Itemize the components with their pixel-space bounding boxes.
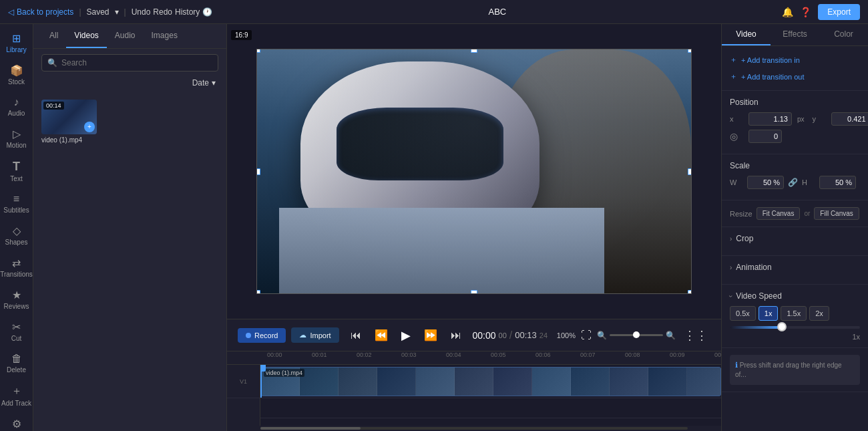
speed-1-5x-button[interactable]: 1.5x: [781, 306, 807, 321]
more-options-button[interactable]: ⋮⋮: [681, 327, 710, 344]
add-to-timeline-button[interactable]: +: [84, 122, 95, 132]
tab-all[interactable]: All: [41, 24, 66, 48]
skip-start-button[interactable]: ⏮: [348, 328, 364, 343]
speed-options: 0.5x 1x 1.5x 2x: [730, 306, 860, 321]
motion-icon: ▷: [13, 128, 21, 140]
media-thumb-video1[interactable]: 00:14 +: [41, 100, 97, 134]
zoom-bar[interactable]: [610, 334, 663, 336]
resize-handle-lm[interactable]: [256, 168, 260, 175]
sort-button[interactable]: Date ▾: [190, 77, 218, 89]
transitions-section: ＋ + Add transition in ＋ + Add transition…: [722, 46, 868, 91]
speed-slider-thumb[interactable]: [777, 322, 787, 331]
resize-handle-bl[interactable]: [256, 290, 260, 294]
sidebar-item-settings[interactable]: ⚙ Settings: [1, 412, 31, 431]
fit-canvas-button[interactable]: Fit Canvas: [756, 207, 801, 220]
sidebar-item-delete[interactable]: 🗑 Delete: [1, 347, 31, 379]
notifications-icon[interactable]: 🔔: [782, 7, 793, 17]
speed-1x-button[interactable]: 1x: [758, 306, 779, 321]
resize-handle-br[interactable]: [688, 290, 692, 294]
delete-icon: 🗑: [11, 353, 22, 365]
transition-in-label: + Add transition in: [741, 56, 800, 64]
right-panel-tabs: Video Effects Color: [722, 24, 868, 46]
redo-button[interactable]: Redo: [153, 7, 172, 17]
sidebar-item-shapes[interactable]: ◇ Shapes: [0, 219, 33, 251]
fast-forward-button[interactable]: ⏩: [421, 327, 440, 343]
speed-0-5x-button[interactable]: 0.5x: [730, 306, 756, 321]
sidebar-item-cut[interactable]: ✂ Cut: [1, 315, 31, 347]
sidebar-item-audio[interactable]: ♪ Audio: [0, 91, 33, 122]
right-panel: Video Effects Color ＋ + Add transition i…: [721, 24, 868, 431]
time-display: 00:00 00 / 00:13 24: [472, 329, 548, 341]
rotation-input[interactable]: [748, 130, 782, 143]
speed-slider[interactable]: [730, 326, 860, 329]
sidebar-item-add-track[interactable]: ＋ Add Track: [1, 379, 31, 412]
add-transition-in-button[interactable]: ＋ + Add transition in: [730, 53, 860, 67]
sidebar-item-transitions[interactable]: ⇄ Transitions: [0, 251, 33, 283]
tab-color[interactable]: Color: [819, 24, 868, 45]
resize-handle-tm[interactable]: [471, 49, 477, 53]
sidebar-item-subtitles[interactable]: ≡ Subtitles: [0, 188, 33, 219]
skip-end-button[interactable]: ⏭: [448, 328, 464, 343]
resize-handle-rm[interactable]: [688, 168, 692, 175]
x-input[interactable]: [748, 112, 792, 126]
sidebar-item-text[interactable]: T Text: [0, 154, 33, 188]
zoom-out-icon[interactable]: 🔍: [597, 331, 607, 340]
video-speed-header[interactable]: › Video Speed: [730, 291, 860, 301]
playhead[interactable]: [260, 365, 262, 398]
ruler-mark-1: 00:01: [312, 351, 327, 358]
zoom-thumb[interactable]: [633, 331, 640, 338]
animation-section: › Animation: [722, 256, 868, 285]
resize-handle-tr[interactable]: [688, 49, 692, 53]
sidebar-item-library[interactable]: ⊞ Library: [0, 27, 33, 59]
record-button[interactable]: Record: [238, 328, 286, 343]
tab-audio[interactable]: Audio: [107, 24, 144, 48]
add-transition-out-button[interactable]: ＋ + Add transition out: [730, 69, 860, 84]
video-clip[interactable]: video (1).mp4: [260, 367, 721, 396]
zoom-in-icon[interactable]: 🔍: [666, 331, 676, 340]
playhead-handle[interactable]: [260, 365, 266, 372]
aspect-ratio-badge[interactable]: 16:9: [231, 28, 252, 40]
play-button[interactable]: ▶: [399, 327, 413, 344]
tab-images[interactable]: Images: [144, 24, 186, 48]
tab-videos[interactable]: Videos: [66, 24, 106, 48]
y-input[interactable]: [831, 112, 868, 126]
sidebar-item-stock[interactable]: 📦 Stock: [0, 59, 33, 91]
history-button[interactable]: History: [175, 7, 200, 17]
resize-row: Resize Fit Canvas or Fill Canvas: [730, 207, 860, 220]
ruler-mark-0: 00:00: [267, 351, 282, 358]
resize-section: Resize Fit Canvas or Fill Canvas: [722, 200, 868, 227]
width-input[interactable]: [747, 176, 784, 189]
rewind-button[interactable]: ⏪: [372, 327, 391, 343]
fullscreen-button[interactable]: ⛶: [581, 329, 592, 341]
subtitles-icon: ≡: [13, 193, 19, 205]
timeline-scrollbar[interactable]: [227, 426, 721, 431]
search-input[interactable]: [61, 58, 212, 67]
crop-header[interactable]: › Crop: [730, 234, 860, 243]
track-content: video (1).mp4: [260, 365, 721, 426]
video-filename: video (1).mp4: [41, 136, 97, 144]
media-tabs: All Videos Audio Images: [33, 24, 226, 49]
resize-handle-tl[interactable]: [256, 49, 260, 53]
sidebar-item-motion[interactable]: ▷ Motion: [0, 122, 33, 154]
back-arrow-icon: ◁: [8, 7, 14, 17]
height-input[interactable]: [819, 176, 856, 189]
back-button[interactable]: ◁ Back to projects: [8, 7, 73, 17]
tab-effects[interactable]: Effects: [771, 24, 819, 45]
transport-center: ⏮ ⏪ ▶ ⏩ ⏭ 00:00 00 / 00:13 24: [348, 327, 548, 344]
media-item[interactable]: 00:14 + video (1).mp4: [41, 100, 97, 144]
timeline-scroll-thumb[interactable]: [260, 427, 361, 430]
resize-handle-bm[interactable]: [471, 290, 477, 294]
sidebar-item-reviews[interactable]: ★ Reviews: [1, 283, 31, 315]
tab-video[interactable]: Video: [722, 24, 771, 45]
video-duration: 00:14: [43, 102, 64, 110]
help-icon[interactable]: ❓: [800, 7, 811, 17]
sidebar-label-text: Text: [10, 175, 22, 182]
link-scale-icon[interactable]: 🔗: [788, 178, 798, 187]
import-button[interactable]: ☁ Import: [291, 327, 339, 343]
export-button[interactable]: Export: [818, 4, 860, 20]
fill-canvas-button[interactable]: Fill Canvas: [814, 207, 859, 220]
saved-dropdown-icon[interactable]: ▾: [115, 7, 119, 17]
speed-2x-button[interactable]: 2x: [809, 306, 829, 321]
undo-button[interactable]: Undo: [132, 7, 151, 17]
animation-header[interactable]: › Animation: [730, 263, 860, 272]
